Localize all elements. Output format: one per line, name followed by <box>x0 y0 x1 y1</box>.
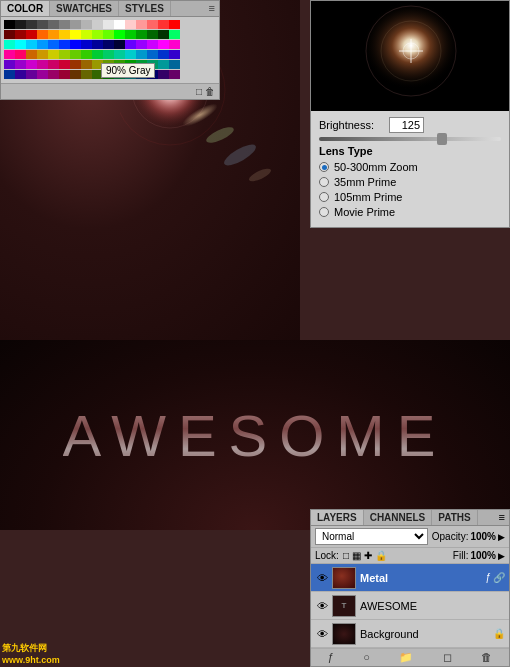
swatch-cell[interactable] <box>48 40 59 49</box>
lock-pixels-icon[interactable]: ▦ <box>352 550 361 561</box>
swatch-cell[interactable] <box>103 50 114 59</box>
layer-row-background[interactable]: 👁 Background 🔒 <box>311 620 509 648</box>
layer-mask-btn[interactable]: ○ <box>363 651 370 664</box>
swatch-cell[interactable] <box>70 30 81 39</box>
radio-btn-movie[interactable] <box>319 207 329 217</box>
radio-btn-50-300mm[interactable] <box>319 162 329 172</box>
swatch-cell[interactable] <box>136 30 147 39</box>
swatch-cell[interactable] <box>158 50 169 59</box>
layer-eye-awesome[interactable]: 👁 <box>315 599 329 613</box>
swatch-cell[interactable] <box>92 20 103 29</box>
panel-menu-icon[interactable]: ≡ <box>205 1 219 16</box>
lock-all-icon[interactable]: 🔒 <box>375 550 387 561</box>
swatch-cell[interactable] <box>81 60 92 69</box>
layers-tab-layers[interactable]: LAYERS <box>311 510 364 525</box>
swatch-cell[interactable] <box>48 60 59 69</box>
swatch-cell[interactable] <box>15 40 26 49</box>
lock-position-icon[interactable]: ✚ <box>364 550 372 561</box>
swatch-cell[interactable] <box>81 70 92 79</box>
swatch-cell[interactable] <box>103 40 114 49</box>
swatch-cell[interactable] <box>125 20 136 29</box>
swatch-cell[interactable] <box>92 30 103 39</box>
lens-preview[interactable] <box>311 1 509 111</box>
swatch-cell[interactable] <box>15 20 26 29</box>
swatch-cell[interactable] <box>147 50 158 59</box>
swatch-cell[interactable] <box>103 20 114 29</box>
brightness-slider-thumb[interactable] <box>437 133 447 145</box>
swatch-cell[interactable] <box>125 50 136 59</box>
layer-eye-background[interactable]: 👁 <box>315 627 329 641</box>
radio-105mm[interactable]: 105mm Prime <box>319 191 501 203</box>
radio-btn-35mm[interactable] <box>319 177 329 187</box>
swatch-cell[interactable] <box>59 30 70 39</box>
brightness-input[interactable] <box>389 117 424 133</box>
swatch-cell[interactable] <box>147 20 158 29</box>
swatch-cell[interactable] <box>114 30 125 39</box>
swatch-cell[interactable] <box>70 50 81 59</box>
swatch-cell[interactable] <box>48 30 59 39</box>
swatch-cell[interactable] <box>4 40 15 49</box>
swatch-cell[interactable] <box>114 20 125 29</box>
blend-mode-select[interactable]: Normal Multiply Screen Overlay <box>315 528 428 545</box>
opacity-arrow[interactable]: ▶ <box>498 532 505 542</box>
swatch-cell[interactable] <box>37 50 48 59</box>
swatch-cell[interactable] <box>4 60 15 69</box>
swatch-cell[interactable] <box>59 60 70 69</box>
swatch-cell[interactable] <box>59 20 70 29</box>
radio-movie[interactable]: Movie Prime <box>319 206 501 218</box>
layer-fx-icon-metal[interactable]: ƒ <box>485 572 491 583</box>
swatch-cell[interactable] <box>4 30 15 39</box>
swatch-cell[interactable] <box>4 20 15 29</box>
layer-row-metal[interactable]: 👁 Metal ƒ 🔗 <box>311 564 509 592</box>
swatch-cell[interactable] <box>158 20 169 29</box>
swatch-cell[interactable] <box>26 70 37 79</box>
swatch-cell[interactable] <box>92 40 103 49</box>
swatch-cell[interactable] <box>15 70 26 79</box>
swatch-cell[interactable] <box>37 60 48 69</box>
swatch-cell[interactable] <box>59 50 70 59</box>
radio-50-300mm[interactable]: 50-300mm Zoom <box>319 161 501 173</box>
swatch-cell[interactable] <box>48 70 59 79</box>
swatch-cell[interactable] <box>169 40 180 49</box>
swatch-cell[interactable] <box>125 30 136 39</box>
swatch-cell[interactable] <box>81 20 92 29</box>
swatch-cell[interactable] <box>37 70 48 79</box>
swatch-cell[interactable] <box>26 20 37 29</box>
layer-link-icon-metal[interactable]: 🔗 <box>493 572 505 583</box>
delete-layer-btn[interactable]: 🗑 <box>481 651 492 664</box>
swatch-cell[interactable] <box>158 40 169 49</box>
swatch-cell[interactable] <box>147 30 158 39</box>
layers-tab-paths[interactable]: PATHS <box>432 510 477 525</box>
radio-btn-105mm[interactable] <box>319 192 329 202</box>
swatch-cell[interactable] <box>169 20 180 29</box>
swatch-cell[interactable] <box>70 40 81 49</box>
fill-arrow[interactable]: ▶ <box>498 551 505 561</box>
brightness-slider-track[interactable] <box>319 137 501 141</box>
delete-swatch-icon[interactable]: 🗑 <box>205 86 215 97</box>
swatch-cell[interactable] <box>4 50 15 59</box>
swatch-cell[interactable] <box>37 20 48 29</box>
layer-eye-metal[interactable]: 👁 <box>315 571 329 585</box>
swatch-cell[interactable] <box>48 20 59 29</box>
tab-styles[interactable]: STYLES <box>119 1 171 16</box>
swatch-cell[interactable] <box>70 60 81 69</box>
swatch-cell[interactable] <box>15 30 26 39</box>
layer-row-awesome[interactable]: 👁 T AWESOME <box>311 592 509 620</box>
tab-color[interactable]: COLOR <box>1 1 50 16</box>
swatch-cell[interactable] <box>169 50 180 59</box>
swatch-cell[interactable] <box>70 20 81 29</box>
swatch-cell[interactable] <box>136 20 147 29</box>
swatch-cell[interactable] <box>81 40 92 49</box>
swatch-cell[interactable] <box>59 40 70 49</box>
swatch-cell[interactable] <box>26 50 37 59</box>
swatch-cell[interactable] <box>15 50 26 59</box>
swatch-cell[interactable] <box>136 40 147 49</box>
swatch-cell[interactable] <box>4 70 15 79</box>
add-style-btn[interactable]: ƒ <box>328 651 334 664</box>
swatch-cell[interactable] <box>81 50 92 59</box>
swatch-cell[interactable] <box>136 50 147 59</box>
swatch-cell[interactable] <box>26 30 37 39</box>
new-group-btn[interactable]: 📁 <box>399 651 413 664</box>
swatch-cell[interactable] <box>26 60 37 69</box>
swatch-cell[interactable] <box>59 70 70 79</box>
